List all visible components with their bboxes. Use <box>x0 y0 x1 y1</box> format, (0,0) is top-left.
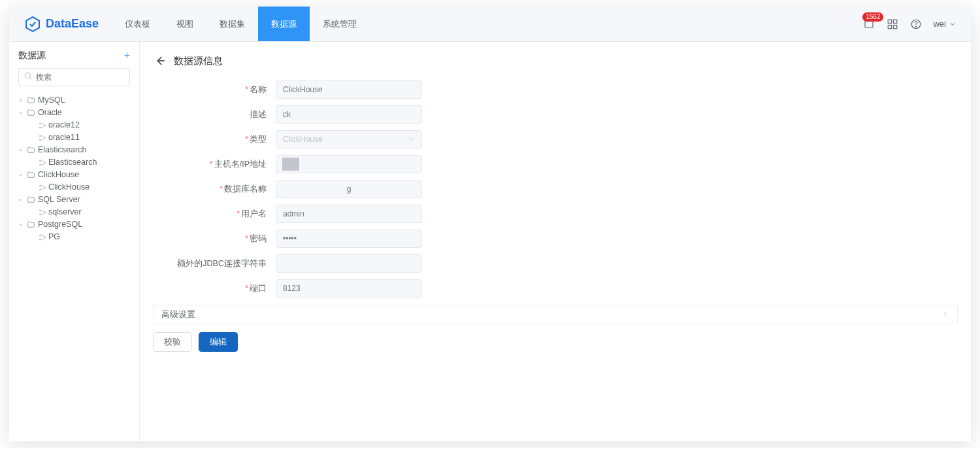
tree-item-label: PG <box>48 231 60 243</box>
svg-point-14 <box>44 137 46 139</box>
svg-point-15 <box>40 160 41 162</box>
host-field[interactable] <box>276 155 422 173</box>
notification-badge: 1562 <box>862 12 883 22</box>
tree-folder[interactable]: SQL Server <box>13 194 135 206</box>
tree-item[interactable]: sqlserver <box>25 206 135 218</box>
jdbc-field[interactable] <box>276 254 422 273</box>
tree-item-label: ClickHouse <box>48 181 90 194</box>
label-name: 名称 <box>153 84 276 95</box>
nav-item-1[interactable]: 视图 <box>163 7 206 41</box>
type-select[interactable]: ClickHouse <box>276 130 422 148</box>
folder-icon <box>25 146 37 154</box>
help-icon[interactable] <box>909 18 923 31</box>
search-input[interactable] <box>18 68 130 86</box>
user-name: wei <box>933 19 946 29</box>
svg-point-22 <box>40 214 41 215</box>
label-host: 主机名/IP地址 <box>153 159 276 170</box>
folder-icon <box>25 96 37 105</box>
svg-rect-3 <box>894 20 897 23</box>
tree-folder[interactable]: MySQL <box>13 94 135 107</box>
top-nav: 仪表板视图数据集数据源系统管理 <box>112 7 370 41</box>
tree-item-label: sqlserver <box>48 206 82 218</box>
name-field[interactable] <box>276 80 422 99</box>
svg-point-17 <box>44 162 46 163</box>
host-value-redacted <box>282 158 299 171</box>
svg-rect-1 <box>865 20 873 27</box>
tree-folder[interactable]: Oracle <box>13 107 135 119</box>
add-datasource-button[interactable]: + <box>124 50 130 61</box>
svg-point-13 <box>40 139 41 141</box>
sidebar-header: 数据源 + <box>9 42 139 68</box>
tree-folder-label: PostgreSQL <box>37 218 82 231</box>
label-user: 用户名 <box>153 209 276 220</box>
username-field[interactable] <box>276 205 422 223</box>
svg-point-12 <box>40 135 41 137</box>
tree-folder-label: ClickHouse <box>37 169 79 181</box>
header-right: 1562 wei <box>862 18 971 31</box>
svg-marker-0 <box>26 17 39 31</box>
chevron-down-icon <box>949 20 956 28</box>
svg-point-21 <box>40 210 41 211</box>
label-pass: 密码 <box>153 233 276 245</box>
datasource-icon <box>37 209 48 216</box>
tree-item[interactable]: ClickHouse <box>25 181 135 194</box>
apps-icon[interactable] <box>886 18 899 31</box>
svg-point-18 <box>40 185 41 186</box>
datasource-icon <box>37 122 48 129</box>
svg-point-26 <box>44 237 46 238</box>
nav-item-3[interactable]: 数据源 <box>258 7 310 41</box>
password-field[interactable] <box>276 230 422 248</box>
svg-point-16 <box>40 164 41 165</box>
label-type: 类型 <box>153 134 276 145</box>
tree-folder-label: Oracle <box>37 107 62 119</box>
nav-item-2[interactable]: 数据集 <box>206 7 258 41</box>
svg-point-11 <box>44 125 46 126</box>
verify-button[interactable]: 校验 <box>153 332 192 352</box>
advanced-settings-toggle[interactable]: 高级设置 <box>153 305 958 324</box>
chevron-down-icon <box>407 135 415 145</box>
tree-item[interactable]: oracle11 <box>25 131 135 144</box>
svg-point-20 <box>44 187 46 188</box>
tree-item[interactable]: PG <box>25 231 135 243</box>
svg-point-10 <box>40 127 41 128</box>
label-db: 数据库名称 <box>153 184 276 195</box>
nav-item-4[interactable]: 系统管理 <box>310 7 370 41</box>
caret-icon <box>16 222 25 228</box>
tree-folder-label: SQL Server <box>37 194 80 206</box>
caret-icon <box>16 172 25 178</box>
brand-name: DataEase <box>46 17 99 31</box>
tree-folder[interactable]: ClickHouse <box>13 169 135 181</box>
notification-icon[interactable]: 1562 <box>862 18 875 31</box>
sidebar: 数据源 + MySQLOracleoracle12oracle11Elastic… <box>9 42 140 441</box>
brand-logo[interactable]: DataEase <box>9 16 112 32</box>
user-menu[interactable]: wei <box>933 19 956 29</box>
caret-icon <box>16 110 25 116</box>
chevron-right-icon <box>941 310 949 320</box>
port-field[interactable] <box>276 279 422 298</box>
edit-button[interactable]: 编辑 <box>199 332 238 352</box>
db-field[interactable] <box>276 180 422 198</box>
desc-field[interactable] <box>276 105 422 124</box>
tree-item-label: Elasticsearch <box>48 156 97 169</box>
datasource-icon <box>37 134 48 142</box>
tree-folder[interactable]: Elasticsearch <box>13 144 135 156</box>
back-arrow-icon[interactable] <box>153 54 167 68</box>
top-header: DataEase 仪表板视图数据集数据源系统管理 1562 wei <box>9 7 971 42</box>
search-icon <box>24 71 33 83</box>
nav-item-0[interactable]: 仪表板 <box>112 7 163 41</box>
datasource-icon <box>37 159 48 167</box>
tree-item-label: oracle11 <box>48 131 80 144</box>
tree-item[interactable]: Elasticsearch <box>25 156 135 169</box>
datasource-form: 名称 描述 类型 ClickHouse <box>153 77 520 301</box>
svg-point-19 <box>40 189 41 190</box>
svg-point-24 <box>40 235 41 236</box>
page-title: 数据源信息 <box>174 55 223 67</box>
datasource-icon <box>37 184 48 192</box>
folder-icon <box>25 196 37 204</box>
caret-icon <box>16 147 25 153</box>
tree-item[interactable]: oracle12 <box>25 119 135 131</box>
label-jdbc: 额外的JDBC连接字符串 <box>153 258 276 269</box>
tree-folder[interactable]: PostgreSQL <box>13 218 135 231</box>
tree-item-label: oracle12 <box>48 119 80 131</box>
folder-icon <box>25 220 37 229</box>
